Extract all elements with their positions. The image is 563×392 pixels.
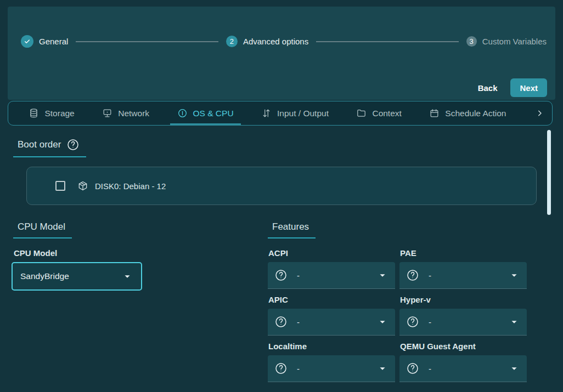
feature-field-qemu-guest-agent: QEMU Guest Agent - [399,342,527,382]
disk-checkbox[interactable] [55,181,65,191]
tab-label: Schedule Action [445,109,506,118]
tab-label: Input / Output [277,109,329,118]
calendar-icon [429,108,440,118]
tab-context[interactable]: Context [349,101,408,125]
section-title: CPU Model [18,221,65,232]
active-tab-indicator [170,123,241,125]
wizard-header-card: General 2 Advanced options 3 Custom Vari… [8,7,555,100]
select-value: - [429,364,431,373]
feature-field-hyperv: Hyper-v - [399,295,527,336]
step-general[interactable]: General [21,35,68,48]
caret-down-icon [508,269,520,281]
feature-label: Hyper-v [400,295,527,304]
step-label: Advanced options [243,37,308,46]
tab-schedule-action[interactable]: Schedule Action [422,101,513,125]
tab-label: Context [372,109,401,118]
feature-field-acpi: ACPI - [268,248,395,289]
database-icon [29,108,39,118]
help-icon[interactable] [406,315,419,328]
qemu-guest-agent-select[interactable]: - [399,355,527,382]
content-columns: CPU Model CPU Model SandyBridge Features… [0,221,563,382]
help-icon[interactable] [406,269,419,282]
select-value: - [297,364,300,373]
network-icon [102,108,112,118]
wizard-actions: Back Next [472,78,547,97]
step-label: Custom Variables [482,37,547,46]
step-number-badge: 3 [466,36,477,47]
feature-label: ACPI [268,248,395,258]
help-icon[interactable] [406,362,419,375]
tab-network[interactable]: Network [95,101,156,125]
feature-label: PAE [400,248,527,258]
tab-storage[interactable]: Storage [21,101,81,125]
features-heading: Features [268,221,316,238]
os-cpu-tab-content: Boot order DISK0: Debian - 12 [0,126,563,392]
cpu-model-section: CPU Model CPU Model SandyBridge [0,221,268,382]
tabs-scroll-right-button[interactable] [527,101,552,125]
chevron-right-icon [535,109,544,118]
acpi-select[interactable]: - [268,262,395,289]
feature-label: Localtime [268,342,395,351]
cpu-model-field-label: CPU Model [14,248,268,258]
help-icon[interactable] [274,269,288,282]
section-title: Boot order [18,139,61,150]
caret-down-icon [508,362,520,374]
arrows-down-up-icon [261,108,272,118]
select-value: - [297,317,300,327]
stepper-connector [316,41,459,42]
content-scrollbar-thumb[interactable] [547,130,551,215]
hyperv-select[interactable]: - [399,309,527,336]
info-circle-icon [177,108,188,118]
boot-order-section: Boot order DISK0: Debian - 12 [13,138,550,205]
stepper-connector [76,41,218,42]
caret-down-icon [376,269,389,281]
cpu-model-heading: CPU Model [13,221,72,238]
caret-down-icon [121,270,133,282]
section-title: Features [272,221,309,232]
pae-select[interactable]: - [399,262,527,289]
boot-order-heading: Boot order [13,138,86,157]
tab-label: OS & CPU [193,109,234,118]
localtime-select[interactable]: - [268,355,395,382]
caret-down-icon [376,316,389,328]
select-value: - [429,317,431,327]
feature-label: APIC [268,295,395,304]
feature-field-localtime: Localtime - [268,342,395,382]
apic-select[interactable]: - [268,309,395,336]
feature-label: QEMU Guest Agent [400,342,527,351]
tab-label: Storage [44,109,74,118]
features-section: Features ACPI - PAE [268,221,527,382]
caret-down-icon [508,316,520,328]
help-icon[interactable] [274,315,288,328]
select-value: - [297,271,300,280]
step-custom-variables[interactable]: 3 Custom Variables [466,36,547,47]
select-value: - [429,271,431,280]
wizard-stepper: General 2 Advanced options 3 Custom Vari… [21,35,547,48]
cpu-model-select[interactable]: SandyBridge [12,262,142,291]
help-icon[interactable] [274,362,288,375]
step-advanced-options[interactable]: 2 Advanced options [226,36,308,47]
cpu-model-select-value: SandyBridge [20,271,69,281]
back-button[interactable]: Back [472,80,503,96]
package-icon [77,180,88,191]
feature-field-pae: PAE - [399,248,527,289]
next-button[interactable]: Next [510,78,547,97]
step-label: General [39,37,68,46]
tab-input-output[interactable]: Input / Output [254,101,336,125]
features-grid: ACPI - PAE [268,248,527,382]
caret-down-icon [376,362,389,374]
step-completed-check-icon [21,35,33,48]
advanced-options-tabbar: Storage Network OS & CPU [8,101,553,126]
tab-label: Network [118,109,149,118]
help-icon[interactable] [66,138,80,151]
tab-os-and-cpu[interactable]: OS & CPU [170,101,241,125]
tabs-row: Storage Network OS & CPU [8,101,527,125]
step-number-badge: 2 [226,36,238,47]
boot-order-disk-row[interactable]: DISK0: Debian - 12 [26,167,537,205]
folder-icon [356,108,367,118]
feature-field-apic: APIC - [268,295,395,336]
disk-label: DISK0: Debian - 12 [95,181,166,191]
